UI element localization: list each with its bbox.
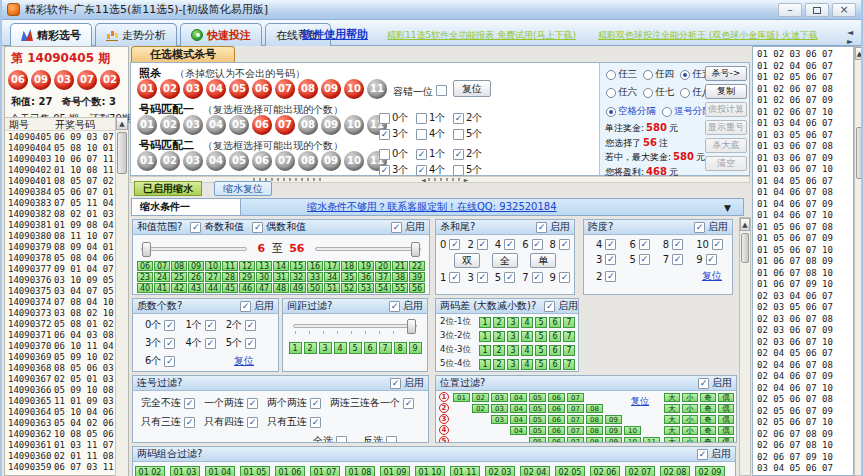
sum-cell[interactable]: 48 bbox=[273, 283, 289, 293]
sum-cell[interactable]: 42 bbox=[171, 283, 187, 293]
radio-button[interactable] bbox=[643, 70, 653, 80]
sum-cell[interactable]: 15 bbox=[290, 261, 306, 271]
ad-link-2[interactable]: 精彩双色球投注全能分析王 (双色球小金库版) 火速下载 bbox=[598, 29, 818, 42]
pair-cell[interactable]: 01 07 bbox=[310, 466, 340, 476]
sum-cell[interactable]: 52 bbox=[341, 283, 357, 293]
position-cell[interactable]: 05 bbox=[529, 404, 546, 413]
dropdown-arrow-icon[interactable]: ▼ bbox=[724, 200, 731, 216]
position-cell[interactable]: 06 bbox=[548, 415, 565, 424]
match1-ball-02[interactable]: 02 bbox=[160, 115, 180, 135]
sum-cell[interactable]: 07 bbox=[154, 261, 170, 271]
radio-option[interactable]: 任三 bbox=[606, 68, 637, 81]
kill-ball-10[interactable]: 10 bbox=[344, 79, 364, 99]
slider-thumb[interactable] bbox=[411, 242, 420, 257]
match2-ball-07[interactable]: 07 bbox=[275, 151, 295, 171]
combo-row[interactable]: 02 06 07 08 10 bbox=[757, 440, 853, 452]
combo-row[interactable]: 01 06 07 08 10 bbox=[757, 268, 853, 280]
prime-checkbox[interactable]: ✓ bbox=[245, 338, 256, 349]
pair-cell[interactable]: 01 03 bbox=[170, 466, 200, 476]
history-row[interactable]: 1409038208 02 01 03 09 bbox=[5, 209, 116, 220]
sum-cell[interactable]: 44 bbox=[205, 283, 221, 293]
combo-row[interactable]: 01 05 06 07 10 bbox=[757, 245, 853, 257]
combo-scrollbar[interactable]: ▲ bbox=[854, 46, 863, 476]
match1-ball-07[interactable]: 07 bbox=[275, 115, 295, 135]
nav-arrows[interactable]: ◄ ► bbox=[847, 28, 861, 46]
sum-cell[interactable]: 49 bbox=[290, 283, 306, 293]
tail-checkbox[interactable]: ✓ bbox=[477, 239, 488, 250]
pair-cell[interactable]: 02 06 bbox=[590, 466, 620, 476]
mode-tab[interactable]: 任选模式杀号 bbox=[131, 46, 235, 63]
tail-checkbox[interactable]: ✓ bbox=[449, 272, 460, 283]
consec-checkbox[interactable]: ✓ bbox=[184, 398, 195, 409]
sum-cell[interactable]: 13 bbox=[256, 261, 272, 271]
shrink-condition-tab[interactable]: 缩水条件一 bbox=[131, 198, 241, 216]
pair-cell[interactable]: 01 06 bbox=[275, 466, 305, 476]
prime-checkbox[interactable]: ✓ bbox=[164, 338, 175, 349]
history-row[interactable]: 1409037303 08 02 10 01 bbox=[5, 308, 116, 319]
sum-cell[interactable]: 23 bbox=[137, 272, 153, 282]
enable-checkbox[interactable]: ✓ bbox=[240, 301, 251, 312]
combo-row[interactable]: 02 04 06 07 08 bbox=[757, 360, 853, 372]
combo-row[interactable]: 01 02 04 06 07 bbox=[757, 61, 853, 73]
help-link[interactable]: 软件使用帮助 bbox=[302, 27, 368, 42]
position-tag[interactable]: 偶 bbox=[718, 426, 734, 435]
ad-link-1[interactable]: 精彩11选5软件全功能报表 免费试用(马上下载) bbox=[387, 29, 576, 42]
match2-ball-05[interactable]: 05 bbox=[229, 151, 249, 171]
enable-checkbox[interactable]: ✓ bbox=[544, 301, 555, 312]
position-cell[interactable]: 07 bbox=[567, 404, 584, 413]
position-tag[interactable]: 奇 bbox=[700, 415, 716, 424]
diff-cell[interactable]: 7 bbox=[563, 317, 575, 328]
maximize-button[interactable] bbox=[805, 3, 829, 17]
checkbox[interactable]: ✓ bbox=[190, 222, 201, 233]
diff-cell[interactable]: 5 bbox=[535, 359, 547, 370]
sum-cell[interactable]: 11 bbox=[222, 261, 238, 271]
sum-cell[interactable]: 54 bbox=[375, 283, 391, 293]
combo-row[interactable]: 02 06 07 08 09 bbox=[757, 429, 853, 441]
sum-cell[interactable]: 09 bbox=[188, 261, 204, 271]
sum-cell[interactable]: 25 bbox=[171, 272, 187, 282]
sum-cell[interactable]: 40 bbox=[137, 283, 153, 293]
history-row[interactable]: 1409040201 10 08 11 02 bbox=[5, 165, 116, 176]
slider-track[interactable] bbox=[315, 247, 421, 251]
prime-checkbox[interactable]: ✓ bbox=[164, 356, 175, 367]
position-cell[interactable]: 11 bbox=[643, 437, 660, 444]
sum-cell[interactable]: 32 bbox=[290, 272, 306, 282]
combo-row[interactable]: 02 04 06 07 09 bbox=[757, 371, 853, 383]
sum-cell[interactable]: 31 bbox=[273, 272, 289, 282]
match1-ball-04[interactable]: 04 bbox=[206, 115, 226, 135]
radio-button[interactable] bbox=[606, 88, 616, 98]
combo-row[interactable]: 01 02 06 07 10 bbox=[757, 107, 853, 119]
position-tag[interactable]: 小 bbox=[682, 404, 698, 413]
tail-checkbox[interactable]: ✓ bbox=[532, 272, 543, 283]
enable-checkbox[interactable]: ✓ bbox=[390, 378, 401, 389]
tab-trend-analysis[interactable]: 走势分析 bbox=[95, 23, 177, 46]
sum-cell[interactable]: 46 bbox=[239, 283, 255, 293]
sum-cell[interactable]: 41 bbox=[154, 283, 170, 293]
pair-cell[interactable]: 01 10 bbox=[415, 466, 445, 476]
span-checkbox[interactable]: ✓ bbox=[672, 239, 683, 250]
diff-cell[interactable]: 4 bbox=[521, 331, 533, 342]
position-cell[interactable]: 07 bbox=[567, 426, 584, 435]
span-checkbox[interactable]: ✓ bbox=[605, 254, 616, 265]
scroll-thumb[interactable] bbox=[741, 233, 749, 263]
sum-cell[interactable]: 36 bbox=[358, 272, 374, 282]
diff-cell[interactable]: 5 bbox=[535, 317, 547, 328]
diff-cell[interactable]: 1 bbox=[479, 359, 491, 370]
position-cell[interactable]: 02 bbox=[472, 404, 489, 413]
scroll-up-icon[interactable]: ▲ bbox=[116, 117, 128, 130]
position-cell[interactable]: 04 bbox=[510, 404, 527, 413]
sum-cell[interactable]: 14 bbox=[273, 261, 289, 271]
combo-row[interactable]: 01 02 03 06 07 bbox=[757, 49, 853, 61]
combo-row[interactable]: 02 05 06 07 09 bbox=[757, 406, 853, 418]
position-cell[interactable]: 07 bbox=[567, 437, 584, 444]
match2-ball-04[interactable]: 04 bbox=[206, 151, 226, 171]
kill-ball-03[interactable]: 03 bbox=[183, 79, 203, 99]
pair-cell[interactable]: 02 03 bbox=[485, 466, 515, 476]
kill-ball-08[interactable]: 08 bbox=[298, 79, 318, 99]
slider-thumb[interactable] bbox=[142, 242, 151, 257]
match2-ball-01[interactable]: 01 bbox=[137, 151, 157, 171]
diff-cell[interactable]: 1 bbox=[479, 345, 491, 356]
consec-checkbox[interactable]: ✓ bbox=[403, 398, 414, 409]
kill-ball-02[interactable]: 02 bbox=[160, 79, 180, 99]
slider-thumb[interactable] bbox=[407, 319, 416, 334]
